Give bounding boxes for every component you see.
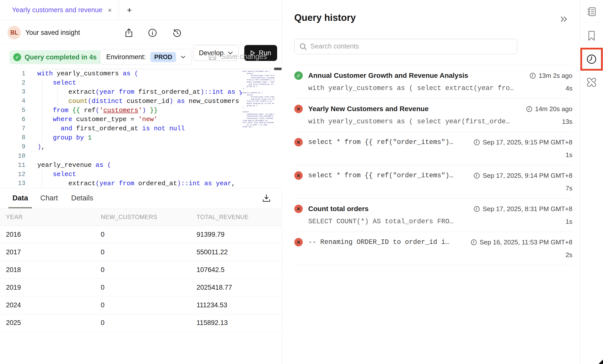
- tab-yearly-customers-and-revenue[interactable]: Yearly customers and revenue ×: [0, 0, 119, 20]
- query-history-title: Query history: [294, 12, 356, 23]
- table-cell: 115892.13: [191, 319, 282, 327]
- line-number: 13: [0, 180, 37, 187]
- query-history-item[interactable]: ✕Yearly New Customers and Revenue14m 20s…: [294, 98, 572, 132]
- code-line[interactable]: 10: [0, 151, 242, 161]
- environment-selector[interactable]: Environment: PROD: [100, 49, 192, 65]
- line-number: 9: [0, 143, 37, 150]
- bookmark-icon[interactable]: [587, 30, 597, 42]
- query-duration: 2s: [566, 251, 572, 259]
- code-line[interactable]: 4 count(distinct customer_id) as new_cus…: [0, 96, 242, 106]
- query-title: Yearly New Customers and Revenue: [308, 105, 520, 113]
- table-cell: 0: [95, 266, 191, 274]
- clock-icon: [529, 72, 536, 79]
- clock-icon: [470, 239, 477, 246]
- table-row[interactable]: 201902025418.77: [0, 279, 282, 296]
- save-changes-button[interactable]: Save changes: [208, 52, 267, 61]
- tab-details[interactable]: Details: [71, 194, 93, 202]
- code-text: and first_ordered_at is not null: [37, 125, 185, 132]
- line-number: 8: [0, 134, 37, 141]
- table-header-row: YEAR NEW_CUSTOMERS TOTAL_REVENUE: [0, 208, 282, 226]
- line-number: 12: [0, 171, 37, 178]
- query-history-item[interactable]: ✓Annual Customer Growth and Revenue Anal…: [294, 65, 572, 98]
- error-status-icon: ✕: [294, 205, 303, 213]
- table-row[interactable]: 20180107642.5: [0, 261, 282, 279]
- code-line[interactable]: 9),: [0, 142, 242, 151]
- query-title: select * from {{ ref("order_items")…: [308, 138, 468, 146]
- results-tab-bar: Data Chart Details: [0, 188, 282, 208]
- collapse-panel-icon[interactable]: [560, 15, 568, 24]
- tab-close-icon[interactable]: ×: [108, 7, 112, 13]
- clock-icon: [473, 139, 480, 146]
- insight-toolbar: BL Your saved insight Develop: [0, 20, 282, 45]
- avatar[interactable]: BL: [7, 26, 21, 39]
- line-number: 5: [0, 107, 37, 114]
- code-line[interactable]: 2 select: [0, 78, 242, 88]
- column-header-new-customers[interactable]: NEW_CUSTOMERS: [95, 214, 191, 221]
- editor-scrollbar-thumb[interactable]: [274, 68, 282, 70]
- share-icon[interactable]: [124, 28, 134, 38]
- code-line[interactable]: 12 select: [0, 170, 242, 179]
- info-icon[interactable]: [148, 28, 157, 38]
- code-text: ),: [37, 143, 45, 151]
- code-line[interactable]: 3 extract(year from first_ordered_at)::i…: [0, 88, 242, 97]
- new-tab-button[interactable]: +: [119, 5, 140, 15]
- line-number: 4: [0, 97, 37, 105]
- download-icon[interactable]: [261, 193, 272, 204]
- results-table: YEAR NEW_CUSTOMERS TOTAL_REVENUE 2016091…: [0, 208, 282, 332]
- table-row[interactable]: 20170550011.22: [0, 243, 282, 261]
- resize-corner: [599, 360, 603, 364]
- environment-label: Environment:: [106, 53, 146, 61]
- code-line[interactable]: 1with yearly_customers as (: [0, 69, 242, 78]
- query-history-item[interactable]: ✕-- Renaming ORDER_ID to order_id i…Sep …: [294, 232, 572, 265]
- tab-chart[interactable]: Chart: [40, 194, 58, 202]
- line-number: 11: [0, 162, 37, 169]
- sql-code-editor[interactable]: 1with yearly_customers as (2 select3 ext…: [0, 69, 282, 188]
- history-clock-icon[interactable]: [586, 54, 597, 66]
- code-lines: 1with yearly_customers as (2 select3 ext…: [0, 69, 242, 188]
- query-sql-preview: SELECT COUNT(*) AS total_orders FRO…: [308, 218, 566, 225]
- code-line[interactable]: 5 from {{ ref('customers') }}: [0, 106, 242, 115]
- query-history-item[interactable]: ✕select * from {{ ref("order_items")…Sep…: [294, 132, 572, 165]
- error-status-icon: ✕: [294, 171, 303, 180]
- table-cell: 0: [95, 301, 191, 309]
- clock-icon: [473, 206, 480, 212]
- table-cell: 0: [95, 231, 191, 238]
- query-history-item[interactable]: ✕select * from {{ ref("order_items")…Sep…: [294, 165, 572, 198]
- version-history-icon[interactable]: [172, 28, 182, 38]
- column-header-total-revenue[interactable]: TOTAL_REVENUE: [191, 214, 282, 221]
- editor-minimap[interactable]: with yearly_customers as ( select extrac…: [243, 70, 274, 187]
- line-number: 6: [0, 116, 37, 123]
- tab-data-label: Data: [12, 194, 28, 202]
- tab-data[interactable]: Data: [12, 194, 28, 202]
- table-cell: 2024: [0, 301, 95, 309]
- table-row[interactable]: 20240111234.53: [0, 296, 282, 314]
- table-cell: 2025418.77: [191, 284, 282, 291]
- status-bar: ✓ Query completed in 4s Environment: PRO…: [0, 45, 282, 69]
- code-line[interactable]: 6 where customer_type = 'new': [0, 115, 242, 124]
- query-title: select * from {{ ref("order_items")…: [308, 172, 468, 179]
- code-line[interactable]: 11yearly_revenue as (: [0, 161, 242, 170]
- code-line[interactable]: 13 extract(year from ordered_at)::int as…: [0, 179, 242, 188]
- table-row[interactable]: 2016091399.79: [0, 226, 282, 243]
- notebook-icon[interactable]: [586, 6, 597, 18]
- code-text: where customer_type = 'new': [37, 116, 158, 123]
- chevron-down-icon: [181, 55, 186, 59]
- error-status-icon: ✕: [294, 105, 303, 113]
- dbt-icon[interactable]: [586, 77, 597, 89]
- query-title: Annual Customer Growth and Revenue Analy…: [308, 72, 524, 80]
- search-input[interactable]: [310, 39, 512, 53]
- query-title: -- Renaming ORDER_ID to order_id i…: [308, 238, 465, 246]
- code-text: yearly_revenue as (: [37, 161, 111, 169]
- table-row[interactable]: 20250115892.13: [0, 314, 282, 332]
- query-timestamp: Sep 17, 2025, 8:31 PM GMT+8: [473, 205, 572, 213]
- tab-details-label: Details: [71, 194, 93, 202]
- code-line[interactable]: 7 and first_ordered_at is not null: [0, 124, 242, 133]
- line-number: 10: [0, 152, 37, 160]
- query-history-item[interactable]: ✕Count total ordersSep 17, 2025, 8:31 PM…: [294, 198, 572, 232]
- table-cell: 2016: [0, 231, 95, 238]
- query-sql-preview: with yearly_customers as ( select extrac…: [308, 85, 566, 92]
- code-line[interactable]: 8 group by 1: [0, 133, 242, 142]
- query-title: Count total orders: [308, 205, 468, 213]
- column-header-year[interactable]: YEAR: [0, 214, 95, 221]
- rail-divider: [580, 22, 603, 22]
